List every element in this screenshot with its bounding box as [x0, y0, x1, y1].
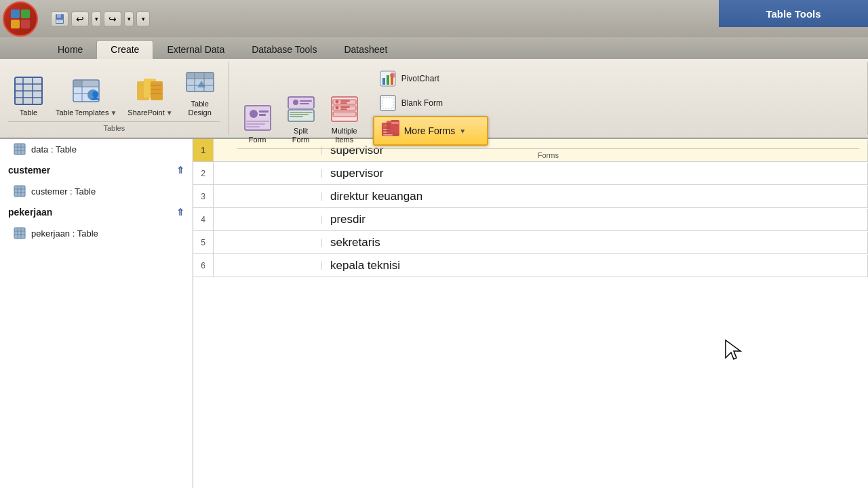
svg-text:👤: 👤 — [90, 90, 100, 100]
blank-form-icon — [378, 94, 397, 113]
svg-point-52 — [335, 100, 338, 103]
nav-section-custemer[interactable]: custemer ⇑ — [0, 159, 193, 181]
content-area: 1 supervisor 2 supervisor 3 direktur keu… — [193, 139, 868, 488]
nav-section-pekerjaan-label: pekerjaan — [8, 207, 52, 218]
svg-rect-2 — [56, 20, 63, 23]
more-forms-dropdown-arrow: ▼ — [459, 127, 466, 135]
svg-rect-36 — [246, 121, 269, 122]
svg-point-62 — [390, 73, 395, 78]
table-tools-text: Table Tools — [766, 8, 821, 20]
svg-point-33 — [250, 110, 258, 118]
row-5-col1 — [214, 239, 322, 247]
tab-database-tools[interactable]: Database Tools — [238, 41, 330, 59]
table-templates-icon: 👤 — [70, 75, 102, 107]
main-area: data : Table custemer ⇑ custemer : Table… — [0, 139, 868, 488]
svg-point-55 — [335, 106, 338, 109]
blank-form-label: Blank Form — [401, 98, 443, 108]
logo-cell-yellow — [11, 20, 20, 28]
svg-rect-51 — [333, 112, 356, 117]
form-label: Form — [249, 136, 267, 144]
row-indicator-4: 4 — [193, 208, 214, 230]
svg-rect-54 — [340, 102, 347, 104]
form-icon — [241, 102, 274, 134]
table-body: 1 supervisor 2 supervisor 3 direktur keu… — [193, 139, 868, 488]
table-templates-label: Table Templates ▼ — [56, 108, 117, 117]
nav-section-custemer-label: custemer — [8, 165, 50, 176]
nav-panel: data : Table custemer ⇑ custemer : Table… — [0, 139, 193, 488]
more-forms-button[interactable]: More Forms ▼ — [373, 116, 488, 146]
table-nav-icon-pekerjaan — [14, 227, 26, 239]
sharepoint-lists-label: SharePoint ▼ — [127, 108, 172, 117]
table-design-icon — [184, 66, 216, 98]
forms-group-items: Form — [237, 64, 859, 148]
svg-rect-78 — [14, 186, 25, 197]
forms-group: Form — [229, 62, 868, 135]
row-5-col2: sekretaris — [322, 232, 868, 253]
tab-create[interactable]: Create — [96, 40, 153, 59]
nav-item-data-label: data : Table — [31, 144, 77, 155]
customize-quick-access[interactable]: ▾ — [136, 12, 150, 26]
row-3-col1 — [214, 192, 322, 201]
svg-rect-47 — [290, 116, 303, 117]
undo-button[interactable]: ↩ — [71, 12, 89, 26]
svg-rect-40 — [288, 110, 314, 121]
save-button[interactable] — [51, 12, 68, 26]
nav-item-custemer-table[interactable]: custemer : Table — [0, 181, 193, 201]
table-label: Table — [20, 108, 37, 117]
table-row[interactable]: 6 kepala teknisi — [193, 254, 868, 277]
sharepoint-arrow: ▼ — [166, 109, 173, 117]
tab-external-data[interactable]: External Data — [153, 41, 238, 59]
nav-item-pekerjaan-table[interactable]: pekerjaan : Table — [0, 223, 193, 243]
multiple-items-icon — [328, 93, 361, 125]
tab-home[interactable]: Home — [44, 41, 96, 59]
svg-rect-38 — [246, 126, 260, 127]
sharepoint-lists-button[interactable]: SharePoint ▼ — [123, 73, 176, 119]
split-form-icon — [285, 93, 317, 125]
quick-access-toolbar: ↩ ▾ ↪ ▾ ▾ — [51, 12, 150, 26]
blank-form-button[interactable]: Blank Form — [373, 92, 488, 115]
table-row[interactable]: 4 presdir — [193, 208, 868, 231]
logo-cell-green — [21, 9, 30, 18]
table-row[interactable]: 2 supervisor — [193, 162, 868, 185]
form-button[interactable]: Form — [237, 100, 278, 146]
table-templates-button[interactable]: 👤 Table Templates ▼ — [52, 73, 121, 119]
multiple-items-button[interactable]: Multiple Items — [324, 92, 365, 146]
redo-button[interactable]: ↪ — [104, 12, 121, 26]
table-tools-label: Table Tools — [719, 0, 868, 27]
ribbon-tab-bar: Home Create External Data Database Tools… — [0, 37, 868, 59]
table-button[interactable]: Table — [8, 73, 49, 119]
table-templates-arrow: ▼ — [110, 109, 117, 117]
row-6-col2: kepala teknisi — [322, 255, 868, 277]
ribbon: Table 👤 — [0, 59, 868, 139]
redo-dropdown[interactable]: ▾ — [124, 12, 134, 26]
nav-section-pekerjaan[interactable]: pekerjaan ⇑ — [0, 201, 193, 223]
nav-item-data-table[interactable]: data : Table — [0, 139, 193, 159]
svg-rect-39 — [288, 97, 314, 108]
logo-cell-blue — [11, 9, 20, 18]
svg-rect-21 — [151, 81, 163, 100]
undo-dropdown[interactable]: ▾ — [92, 12, 101, 26]
svg-rect-35 — [259, 114, 266, 116]
table-design-button[interactable]: Table Design — [180, 64, 220, 119]
office-button[interactable] — [3, 1, 38, 37]
row-indicator-5: 5 — [193, 231, 214, 253]
split-form-button[interactable]: Split Form — [281, 92, 321, 146]
pivot-chart-button[interactable]: PivotChart — [373, 67, 488, 90]
table-row[interactable]: 5 sekretaris — [193, 231, 868, 254]
nav-section-pekerjaan-chevron: ⇑ — [176, 207, 184, 218]
row-indicator-1: 1 — [193, 139, 214, 161]
tab-datasheet[interactable]: Datasheet — [330, 41, 401, 59]
tables-group: Table 👤 — [0, 62, 229, 135]
split-form-label: Split Form — [292, 127, 310, 144]
svg-point-42 — [293, 100, 298, 105]
pivot-chart-label: PivotChart — [401, 74, 439, 83]
office-logo — [11, 9, 30, 28]
table-icon — [12, 75, 45, 107]
svg-rect-57 — [340, 108, 347, 110]
table-row[interactable]: 3 direktur keuangan — [193, 185, 868, 208]
svg-rect-73 — [14, 144, 25, 155]
svg-rect-44 — [300, 103, 309, 104]
svg-rect-1 — [57, 14, 61, 18]
table-nav-icon — [14, 143, 26, 155]
row-indicator-3: 3 — [193, 185, 214, 207]
